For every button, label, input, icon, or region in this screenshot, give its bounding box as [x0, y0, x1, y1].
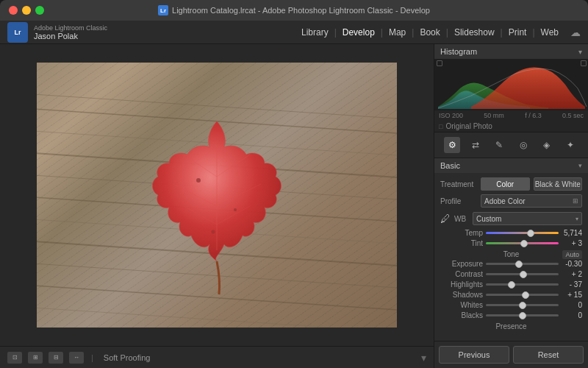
histogram-canvas [434, 59, 588, 110]
window-controls [9, 6, 44, 15]
leaf-svg [37, 63, 397, 328]
temp-thumb[interactable] [527, 230, 534, 237]
exposure-label: Exposure [440, 260, 483, 268]
app-logo: Lr [7, 22, 28, 43]
tint-slider[interactable] [486, 242, 559, 244]
wb-select[interactable]: Custom ▾ [473, 212, 582, 225]
maximize-button[interactable] [35, 6, 44, 15]
profile-label: Profile [440, 197, 477, 205]
contrast-thumb[interactable] [520, 271, 527, 278]
contrast-value: + 2 [562, 270, 582, 278]
toolbar-expand-icon[interactable]: ▾ [421, 352, 426, 364]
red-eye-tool[interactable]: ◎ [515, 137, 531, 153]
crop-tool[interactable]: ⇄ [467, 137, 484, 153]
histogram-title: Histogram [440, 47, 477, 56]
whites-value: 0 [562, 301, 582, 309]
nav-library[interactable]: Library [295, 24, 334, 40]
shadow-clip-indicator[interactable] [437, 60, 442, 66]
highlights-slider[interactable] [486, 283, 559, 286]
exposure-thumb[interactable] [515, 261, 523, 268]
range-mask-tool[interactable]: ✦ [562, 137, 578, 153]
panel-footer: Previous Reset [434, 341, 588, 368]
profile-grid-icon: ⊞ [573, 197, 578, 205]
blacks-value: 0 [562, 311, 582, 319]
shadows-thumb[interactable] [522, 291, 529, 299]
blacks-slider[interactable] [486, 314, 559, 316]
basic-section-header[interactable]: Basic ▾ [434, 158, 588, 173]
view-icon-3[interactable]: ⊟ [49, 352, 63, 364]
nav-book[interactable]: Book [414, 24, 445, 40]
eyedropper-icon[interactable]: 🖊 [440, 213, 451, 224]
histogram-expand-icon[interactable]: ▾ [578, 48, 582, 56]
whites-slider[interactable] [486, 304, 559, 306]
highlight-clip-indicator[interactable] [581, 60, 587, 66]
svg-point-13 [212, 230, 215, 234]
basic-adjustments-tool[interactable]: ⚙ [444, 137, 460, 153]
nav-map[interactable]: Map [383, 24, 412, 40]
treatment-row: Treatment Color Black & White [440, 177, 582, 191]
original-photo-text: Original Photo [445, 122, 492, 130]
aperture-value: f / 6.3 [525, 112, 542, 119]
bw-treatment-btn[interactable]: Black & White [534, 177, 583, 191]
titlebar: Lr Lightroom Catalog.lrcat - Adobe Photo… [0, 0, 588, 21]
wb-dropdown-icon: ▾ [576, 216, 578, 222]
photo-frame [37, 63, 397, 328]
basic-expand-icon: ▾ [578, 162, 582, 169]
temp-value: 5,714 [562, 229, 582, 237]
view-icon-2[interactable]: ⊞ [28, 352, 43, 364]
cloud-icon[interactable]: ☁ [570, 26, 581, 38]
wb-value: Custom [476, 215, 501, 223]
spot-removal-tool[interactable]: ✎ [491, 137, 507, 153]
svg-line-0 [37, 92, 397, 121]
tools-row: ⚙ ⇄ ✎ ◎ ◈ ✦ [434, 132, 588, 158]
svg-point-12 [234, 208, 237, 211]
previous-button[interactable]: Previous [439, 346, 509, 364]
highlights-value: - 37 [562, 280, 582, 289]
app-info: Adobe Lightroom Classic Jason Polak [34, 24, 107, 40]
nav-slideshow[interactable]: Slideshow [448, 24, 501, 40]
reset-button[interactable]: Reset [513, 346, 584, 364]
profile-select[interactable]: Adobe Color ⊞ [481, 194, 582, 208]
contrast-slider[interactable] [486, 273, 559, 275]
shadows-slider[interactable] [486, 294, 559, 296]
nav-print[interactable]: Print [503, 24, 533, 40]
temp-label: Temp [440, 229, 483, 237]
tint-label: Tint [440, 239, 483, 247]
whites-thumb[interactable] [519, 302, 526, 309]
nav-menu: Library | Develop | Map | Book | Slidesh… [295, 24, 581, 40]
nav-develop[interactable]: Develop [337, 24, 381, 40]
histogram-header[interactable]: Histogram ▾ [434, 44, 588, 59]
treatment-label: Treatment [440, 180, 477, 188]
whites-slider-row: Whites 0 [440, 301, 582, 309]
close-button[interactable] [9, 6, 18, 15]
window-title: Lightroom Catalog.lrcat - Adobe Photosho… [172, 6, 430, 15]
view-icon-1[interactable]: ⊡ [7, 352, 22, 364]
temp-slider[interactable] [486, 232, 559, 234]
highlights-thumb[interactable] [508, 281, 515, 289]
titlebar-text: Lr Lightroom Catalog.lrcat - Adobe Photo… [158, 5, 430, 15]
tint-thumb[interactable] [520, 240, 528, 247]
wb-row: 🖊 WB Custom ▾ [440, 212, 582, 225]
blacks-label: Blacks [440, 311, 483, 319]
auto-button[interactable]: Auto [562, 250, 582, 259]
photo-info: ISO 200 50 mm f / 6.3 0.5 sec [434, 110, 588, 121]
nav-web[interactable]: Web [535, 24, 564, 40]
tint-value: + 3 [562, 239, 582, 247]
color-treatment-btn[interactable]: Color [481, 177, 530, 191]
soft-proofing-label: Soft Proofing [104, 353, 151, 362]
focal-value: 50 mm [484, 112, 504, 119]
panel-content[interactable]: Basic ▾ Treatment Color Black & White Pr… [434, 158, 588, 341]
view-icon-4[interactable]: ↔ [69, 352, 84, 364]
tone-section-label: Tone Auto [440, 250, 582, 258]
profile-value: Adobe Color [484, 197, 526, 205]
exposure-slider-row: Exposure -0.30 [440, 260, 582, 268]
exposure-slider[interactable] [486, 263, 559, 265]
photo-area: ⊡ ⊞ ⊟ ↔ | Soft Proofing ▾ [0, 44, 434, 368]
svg-line-9 [37, 283, 397, 313]
whites-label: Whites [440, 301, 483, 309]
user-name-label: Jason Polak [34, 32, 107, 40]
shadows-slider-row: Shadows + 15 [440, 291, 582, 299]
minimize-button[interactable] [22, 6, 31, 15]
filters-tool[interactable]: ◈ [539, 137, 555, 153]
blacks-thumb[interactable] [519, 312, 526, 319]
